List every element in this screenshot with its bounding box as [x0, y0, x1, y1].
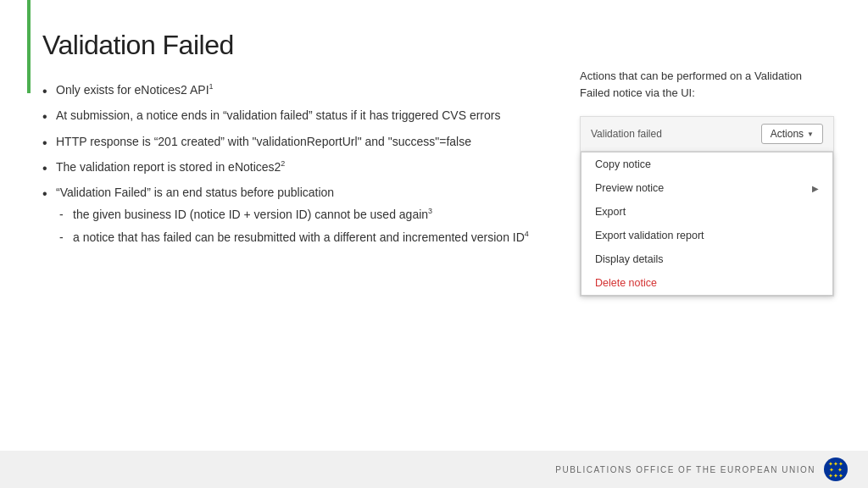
right-panel: Actions that can be performed on a Valid… — [580, 68, 834, 297]
footer-text: PUBLICATIONS OFFICE OF THE EUROPEAN UNIO… — [555, 465, 815, 474]
dropdown-item-label: Display details — [595, 253, 664, 265]
bullet-item: Only exists for eNotices2 API1 — [42, 81, 534, 98]
bullet-item: “Validation Failed” is an end status bef… — [42, 184, 534, 246]
dropdown-item-label: Delete notice — [595, 277, 657, 289]
main-content: Validation Failed Only exists for eNotic… — [42, 30, 534, 254]
dropdown-item-export-validation-report[interactable]: Export validation report — [581, 224, 832, 247]
page-title: Validation Failed — [42, 30, 534, 61]
sub-bullet-item: the given business ID (notice ID + versi… — [56, 206, 534, 223]
dropdown-item-label: Copy notice — [595, 158, 651, 170]
chevron-down-icon: ▼ — [807, 130, 814, 138]
dropdown-item-label: Export validation report — [595, 230, 704, 241]
left-accent-bar — [27, 0, 31, 93]
dropdown-item-copy-notice[interactable]: Copy notice — [581, 152, 832, 176]
dropdown-item-label: Preview notice — [595, 182, 664, 194]
dropdown-item-display-details[interactable]: Display details — [581, 247, 832, 271]
dropdown-item-label: Export — [595, 206, 626, 218]
eu-stars-icon: ✦✦✦✦ ✦✦✦✦ — [828, 461, 843, 479]
dropdown-menu: Copy noticePreview notice▶ExportExport v… — [581, 152, 833, 296]
chevron-right-icon: ▶ — [812, 184, 819, 193]
ui-mockup: Validation failed Actions ▼ Copy noticeP… — [580, 116, 834, 297]
dropdown-item-preview-notice[interactable]: Preview notice▶ — [581, 176, 832, 200]
mockup-header: Validation failed Actions ▼ — [581, 117, 833, 152]
dropdown-item-delete-notice[interactable]: Delete notice — [581, 271, 832, 295]
sub-bullet-list: the given business ID (notice ID + versi… — [56, 206, 534, 246]
bullet-item: HTTP response is “201 created” with "val… — [42, 133, 534, 150]
bullet-list: Only exists for eNotices2 API1At submiss… — [42, 81, 534, 246]
footer: PUBLICATIONS OFFICE OF THE EUROPEAN UNIO… — [0, 451, 868, 488]
bullet-item: The validation report is stored in eNoti… — [42, 158, 534, 175]
right-panel-description: Actions that can be performed on a Valid… — [580, 68, 834, 101]
dropdown-item-export[interactable]: Export — [581, 200, 832, 224]
sub-bullet-item: a notice that has failed can be resubmit… — [56, 229, 534, 246]
actions-button[interactable]: Actions ▼ — [761, 124, 823, 144]
mockup-status-label: Validation failed — [591, 128, 754, 140]
bullet-item: At submission, a notice ends in “validat… — [42, 107, 534, 124]
actions-button-label: Actions — [771, 128, 804, 140]
eu-logo: ✦✦✦✦ ✦✦✦✦ — [824, 458, 848, 481]
